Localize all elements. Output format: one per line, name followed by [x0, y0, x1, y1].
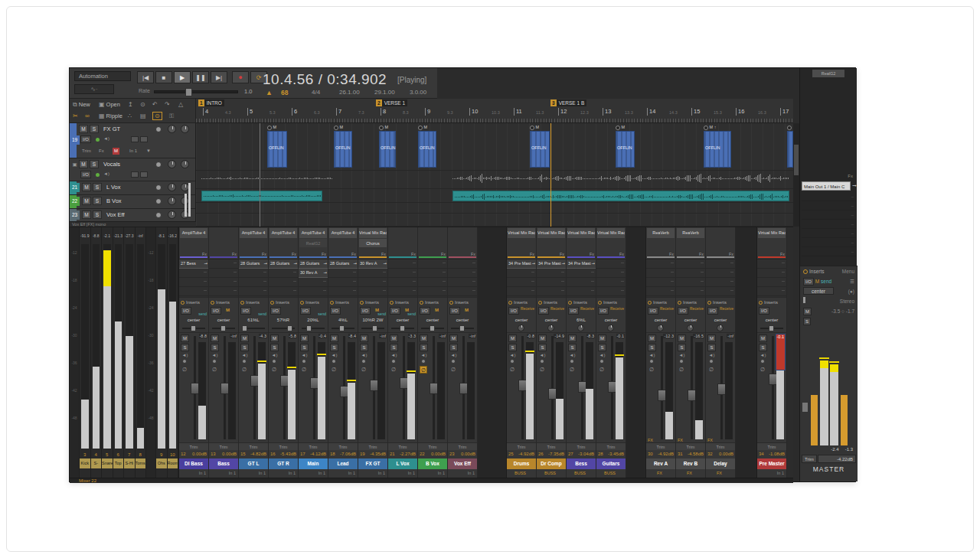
- strip-solo-button[interactable]: S: [181, 344, 189, 351]
- fx-slot[interactable]: Virtual Mix Rack: [359, 228, 387, 238]
- edit-cursor[interactable]: [550, 123, 551, 227]
- track-row-fx-gt[interactable]: MSFX GTI/O◄)TrimFxMIn 1▼19: [70, 123, 195, 158]
- fx-slot[interactable]: [449, 228, 476, 238]
- stop-button[interactable]: ■: [155, 71, 172, 83]
- track-name[interactable]: FX GT: [103, 126, 120, 132]
- send-slot[interactable]: 30 Rev A➞: [358, 259, 387, 269]
- track-lane-fxgt[interactable]: MOFFLIN MOFFLIN MOFFLIN MOFFLIN MOFFLIN …: [196, 123, 793, 171]
- strip-name[interactable]: Vox Eff: [448, 458, 477, 469]
- io-button[interactable]: I/O: [360, 307, 371, 315]
- volume-knob[interactable]: [168, 125, 176, 133]
- clip-mute-icon[interactable]: [704, 126, 708, 130]
- strip-trim-value[interactable]: -3.45dB: [608, 450, 624, 458]
- strip-name[interactable]: Bess: [567, 458, 596, 469]
- trim-row[interactable]: Trim: [507, 442, 536, 450]
- send-empty-slot[interactable]: [676, 287, 705, 296]
- send-empty-slot[interactable]: [448, 278, 477, 287]
- pan-thumb[interactable]: [306, 325, 312, 331]
- io-button[interactable]: I/O: [568, 307, 579, 315]
- strip-record-dot[interactable]: [599, 359, 604, 364]
- send-empty-slot[interactable]: [507, 269, 536, 278]
- channel-name[interactable]: Room: [168, 458, 178, 468]
- strip-record-dot[interactable]: [212, 359, 217, 364]
- timeline-marker[interactable]: 3VERSE 1 B: [550, 100, 586, 107]
- send-empty-slot[interactable]: [239, 278, 268, 287]
- strip-mute-button[interactable]: M: [568, 334, 577, 342]
- strip-record-dot[interactable]: [242, 359, 247, 364]
- fx-slot-2[interactable]: [449, 239, 476, 247]
- arrange-area[interactable]: MOFFLIN MOFFLIN MOFFLIN MOFFLIN MOFFLIN …: [196, 123, 793, 227]
- fx-slot[interactable]: ReaVerb: [647, 228, 675, 238]
- dock-tab[interactable]: RealG2: [812, 70, 844, 77]
- send-slot[interactable]: 28 Guitars➞: [328, 259, 358, 269]
- routing-empty-row[interactable]: –: [802, 202, 856, 210]
- io-button[interactable]: I/O: [707, 307, 718, 315]
- send-empty-slot[interactable]: [299, 287, 328, 296]
- strip-record-dot[interactable]: [302, 359, 306, 364]
- volume-knob[interactable]: [168, 197, 176, 205]
- strip-name[interactable]: L Vox: [388, 458, 417, 469]
- strip-name[interactable]: Bass: [209, 458, 238, 469]
- send-empty-slot[interactable]: [646, 287, 675, 296]
- pan-value[interactable]: center: [646, 316, 675, 325]
- inserts-header[interactable]: Inserts: [299, 297, 328, 306]
- arrange-vscrollbar[interactable]: [793, 123, 799, 227]
- master-pan[interactable]: center: [803, 287, 834, 295]
- pan-value[interactable]: 61%L: [239, 316, 268, 325]
- inserts-header[interactable]: Inserts: [328, 297, 358, 306]
- inserts-header[interactable]: Inserts: [646, 297, 675, 306]
- strip-name[interactable]: Lead: [328, 458, 358, 469]
- pan-slider[interactable]: [537, 325, 566, 332]
- send-empty-slot[interactable]: [567, 269, 596, 278]
- phase-button[interactable]: ∅: [707, 366, 715, 374]
- strip-solo-button[interactable]: S: [568, 344, 577, 351]
- pan-slider[interactable]: [706, 325, 735, 332]
- volume-knob[interactable]: [168, 183, 176, 191]
- strip-name[interactable]: Pre Master: [757, 458, 786, 469]
- inserts-header[interactable]: Inserts: [358, 297, 387, 306]
- track-lane-voxeff[interactable]: [196, 214, 793, 227]
- meter-channel-s-kick[interactable]: -8.84S-Kick: [91, 227, 103, 478]
- pan-slider[interactable]: [448, 325, 477, 332]
- pan-slider[interactable]: [676, 325, 705, 332]
- play-button[interactable]: ▶: [174, 71, 191, 83]
- timeline-marker[interactable]: 2VERSE 1: [376, 100, 407, 107]
- track-name[interactable]: Vox Eff: [106, 211, 125, 218]
- rate-slider-thumb[interactable]: [185, 88, 192, 96]
- pan-slider[interactable]: [239, 325, 268, 332]
- strip-record-dot[interactable]: [272, 359, 276, 364]
- strip-speaker-icon[interactable]: ◄): [390, 353, 398, 357]
- strip-trim-value[interactable]: -4.35dB: [370, 450, 386, 458]
- mixer-strip-delay[interactable]: FxInsertsI/OReceivecenterMS◄)∅-infTrimFX…: [706, 227, 736, 478]
- fx-slot[interactable]: ReaVerb: [677, 228, 704, 238]
- pan-knob[interactable]: [518, 325, 524, 331]
- pan-slider[interactable]: [209, 325, 238, 332]
- mixer-strip-lead[interactable]: AmpliTube 4Fx28 Guitars➞InsertsI/O4%LMS◄…: [328, 227, 358, 478]
- phase-button[interactable]: ∅: [568, 366, 576, 374]
- send-slot[interactable]: 34 Pre Mast➞: [567, 259, 596, 269]
- fx-slot-2[interactable]: [329, 239, 357, 247]
- strip-trim-value[interactable]: -4.92dB: [658, 450, 674, 458]
- target-icon[interactable]: ⊙: [140, 100, 147, 109]
- send-empty-slot[interactable]: [537, 278, 566, 287]
- pan-slider[interactable]: [757, 325, 786, 332]
- pan-value[interactable]: center: [537, 316, 566, 325]
- strip-mute-button[interactable]: M: [759, 334, 767, 342]
- trim-row[interactable]: Trim: [596, 442, 626, 450]
- fx-slot[interactable]: AmpliTube 4: [180, 228, 207, 238]
- phase-button[interactable]: ∅: [598, 366, 606, 374]
- trim-row[interactable]: Trim: [179, 442, 208, 450]
- strip-solo-button[interactable]: S: [707, 344, 716, 351]
- fx-slot-2[interactable]: RealG2: [299, 239, 327, 247]
- send-empty-slot[interactable]: [328, 278, 358, 287]
- fx-label[interactable]: Fx: [99, 148, 104, 153]
- strip-record-dot[interactable]: [709, 359, 714, 364]
- fx-slot-2[interactable]: [180, 239, 207, 247]
- record-button[interactable]: ●: [232, 71, 249, 83]
- phase-button[interactable]: ∅: [678, 366, 685, 374]
- inserts-header[interactable]: Inserts: [418, 297, 447, 306]
- phase-button[interactable]: ∅: [211, 366, 218, 374]
- strip-record-dot[interactable]: [679, 359, 684, 364]
- bpm-value[interactable]: 68: [281, 89, 288, 96]
- clip-mute-icon[interactable]: [418, 126, 423, 130]
